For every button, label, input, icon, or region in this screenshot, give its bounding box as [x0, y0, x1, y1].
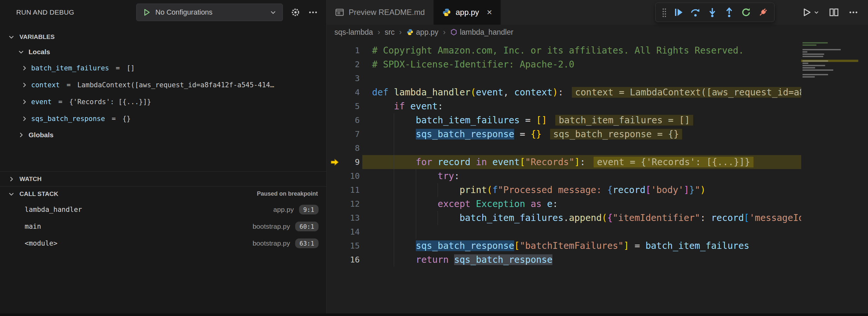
- code-line[interactable]: return sqs_batch_response: [362, 253, 801, 267]
- gutter-row[interactable]: 6: [327, 113, 362, 127]
- tab-preview-readme[interactable]: Preview README.md: [327, 0, 434, 25]
- gutter-row[interactable]: 7: [327, 127, 362, 141]
- run-and-debug-panel: RUN AND DEBUG No Configurations: [0, 0, 327, 316]
- code-token: (: [470, 87, 476, 98]
- variable-row[interactable]: sqs_batch_response = {}: [0, 110, 326, 127]
- gutter-row[interactable]: 10: [327, 169, 362, 183]
- split-editor-icon[interactable]: [829, 7, 839, 17]
- code-line[interactable]: batch_item_failures = []batch_item_failu…: [362, 113, 801, 127]
- tab-app-py[interactable]: app.py ×: [434, 0, 501, 25]
- variables-section-header[interactable]: VARIABLES: [0, 30, 326, 44]
- minimap-line: [801, 51, 858, 53]
- stack-frame-row[interactable]: <module> bootstrap.py 63:1: [0, 235, 326, 252]
- gutter-row[interactable]: 5: [327, 99, 362, 113]
- gear-icon[interactable]: [291, 7, 300, 17]
- step-out-icon[interactable]: [722, 5, 737, 20]
- gutter[interactable]: 12345678910111213141516: [327, 43, 362, 316]
- code-token: [372, 101, 394, 112]
- minimap-line: [801, 75, 858, 78]
- code-line[interactable]: if event:: [362, 99, 801, 113]
- breadcrumb-item[interactable]: lambda_handler: [450, 28, 514, 37]
- chevron-right-icon: [17, 131, 25, 138]
- gutter-row[interactable]: 1: [327, 43, 362, 57]
- code-token: ): [552, 87, 558, 98]
- code-line[interactable]: batch_item_failures.append({"itemIdentif…: [362, 211, 801, 225]
- debug-config-dropdown[interactable]: No Configurations: [136, 4, 283, 21]
- code-token: for: [416, 157, 438, 167]
- start-debug-icon: [143, 8, 151, 17]
- minimap-line: [801, 66, 858, 69]
- step-over-icon[interactable]: [688, 5, 703, 20]
- step-into-icon[interactable]: [705, 5, 720, 20]
- drag-handle-icon[interactable]: [659, 5, 669, 20]
- restart-icon[interactable]: [739, 5, 753, 20]
- minimap-line: [801, 73, 858, 75]
- disconnect-icon[interactable]: [755, 5, 770, 20]
- inline-debug-value: sqs_batch_response = {}: [550, 129, 682, 139]
- variable-name: event: [31, 98, 52, 106]
- code-line[interactable]: try:: [362, 169, 801, 183]
- code-token: record: [613, 185, 646, 195]
- frame-file: bootstrap.py: [253, 223, 290, 230]
- gutter-row[interactable]: 11: [327, 183, 362, 197]
- code-line[interactable]: [362, 71, 801, 85]
- gutter-row[interactable]: 16: [327, 253, 362, 267]
- code-token: def: [372, 87, 394, 98]
- gutter-row[interactable]: 2: [327, 57, 362, 71]
- code-line[interactable]: for record in event["Records"]:event = {…: [362, 155, 801, 169]
- code-token: .: [563, 213, 569, 223]
- gutter-row[interactable]: 13: [327, 211, 362, 225]
- code-line[interactable]: print(f"Processed message: {record['body…: [362, 183, 801, 197]
- gutter-row[interactable]: 9: [327, 155, 362, 169]
- variable-value: {}: [123, 115, 131, 123]
- code-token: except: [438, 198, 476, 209]
- line-number: 7: [327, 129, 362, 139]
- code-line[interactable]: [362, 141, 801, 155]
- stack-frame-row[interactable]: lambda_handler app.py 9:1: [0, 201, 326, 218]
- code-line[interactable]: sqs_batch_response = {}sqs_batch_respons…: [362, 127, 801, 141]
- gutter-row[interactable]: 3: [327, 71, 362, 85]
- variable-row[interactable]: batch_item_failures = []: [0, 60, 326, 76]
- stack-frame-row[interactable]: main bootstrap.py 60:1: [0, 218, 326, 235]
- inline-debug-value: context = LambdaContext([aws_request_id=…: [572, 87, 801, 98]
- breadcrumb-item[interactable]: sqs-lambda: [334, 28, 373, 37]
- more-actions-icon[interactable]: [308, 7, 318, 17]
- indent-guide: [394, 239, 394, 253]
- gutter-row[interactable]: 12: [327, 197, 362, 211]
- code-token: ]: [575, 157, 580, 167]
- call-stack-section-header[interactable]: CALL STACK Paused on breakpoint: [0, 186, 326, 201]
- code-line[interactable]: def lambda_handler(event, context):conte…: [362, 85, 801, 99]
- code-token: record: [711, 213, 744, 223]
- more-actions-icon[interactable]: [848, 7, 858, 17]
- scope-row-locals[interactable]: Locals: [0, 44, 326, 60]
- variable-row[interactable]: event = {'Records': [{...}]}: [0, 93, 326, 110]
- close-icon[interactable]: ×: [487, 8, 492, 17]
- line-number: 5: [327, 101, 362, 111]
- code-line[interactable]: # SPDX-License-Identifier: Apache-2.0: [362, 57, 801, 71]
- chevron-down-icon: [270, 9, 277, 16]
- tab-bar: Preview README.md app.py ×: [327, 0, 868, 25]
- gutter-row[interactable]: 4: [327, 85, 362, 99]
- code-lines[interactable]: # Copyright Amazon.com, Inc. or its affi…: [362, 43, 801, 316]
- code-line[interactable]: [362, 225, 801, 239]
- gutter-row[interactable]: 8: [327, 141, 362, 155]
- watch-section-header[interactable]: WATCH: [0, 171, 326, 186]
- variable-row[interactable]: context = LambdaContext([aws_request_id=…: [0, 76, 326, 93]
- equals-sign: =: [112, 64, 124, 72]
- code-line[interactable]: # Copyright Amazon.com, Inc. or its affi…: [362, 43, 801, 57]
- scope-row-globals[interactable]: Globals: [0, 127, 326, 143]
- breadcrumb-item[interactable]: app.py: [406, 28, 438, 37]
- indent-guide: [394, 155, 394, 169]
- continue-icon[interactable]: [671, 5, 686, 20]
- chevron-down-icon: [17, 48, 25, 56]
- code-line[interactable]: except Exception as e:: [362, 197, 801, 211]
- indent-guide: [416, 211, 416, 225]
- code-token: "batchItemFailures": [520, 241, 623, 251]
- breadcrumb-item[interactable]: src: [385, 28, 395, 37]
- minimap[interactable]: [801, 41, 858, 78]
- code-line[interactable]: sqs_batch_response["batchItemFailures"] …: [362, 239, 801, 253]
- gutter-row[interactable]: 15: [327, 239, 362, 253]
- config-dropdown-label: No Configurations: [155, 8, 265, 17]
- run-icon[interactable]: [802, 7, 819, 17]
- gutter-row[interactable]: 14: [327, 225, 362, 239]
